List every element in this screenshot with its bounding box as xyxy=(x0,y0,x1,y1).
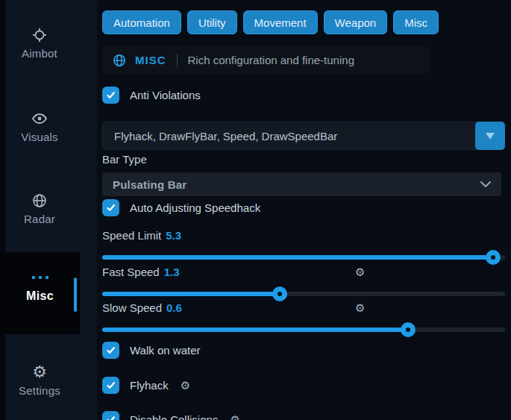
sidebar-item-label: Aimbot xyxy=(0,47,79,60)
bar-type-select[interactable]: Pulsating Bar xyxy=(102,172,501,196)
check-icon xyxy=(106,415,116,420)
check-icon xyxy=(106,380,116,390)
speed-limit-slider-row: Speed Limit5.3 xyxy=(102,229,505,269)
checkbox-label: Flyhack xyxy=(130,379,169,392)
gear-icon[interactable]: ⚙ xyxy=(230,413,239,420)
crosshair-icon xyxy=(0,27,79,43)
fast-speed-slider-row: Fast Speed1.3 ⚙ xyxy=(102,266,505,306)
eye-icon xyxy=(0,110,79,127)
slider-value: 5.3 xyxy=(166,229,181,242)
header-divider xyxy=(177,54,178,67)
tab-automation[interactable]: Automation xyxy=(102,10,181,34)
bar-type-value: Pulsating Bar xyxy=(113,178,186,191)
sidebar: Aimbot Visuals Radar Mi xyxy=(0,0,97,420)
gear-icon[interactable]: ⚙ xyxy=(355,301,365,315)
check-icon xyxy=(106,203,116,213)
slider-value: 1.3 xyxy=(164,266,180,278)
fast-speed-slider[interactable] xyxy=(102,292,505,296)
app-window: Aimbot Visuals Radar Mi xyxy=(0,0,511,420)
disable-collisions-checkbox[interactable] xyxy=(102,411,119,420)
slider-label: Slow Speed xyxy=(102,301,162,314)
check-icon xyxy=(106,345,116,355)
sidebar-item-label: Radar xyxy=(0,213,79,225)
gear-icon[interactable]: ⚙ xyxy=(355,266,365,279)
section-title: MISC xyxy=(135,54,166,66)
checkbox-label: Anti Violations xyxy=(130,89,201,101)
check-icon xyxy=(106,90,116,100)
tab-weapon[interactable]: Weapon xyxy=(324,10,388,34)
caret-down-icon xyxy=(486,133,495,140)
sidebar-item-settings[interactable]: ⚙ Settings xyxy=(0,364,79,397)
section-header: MISC Rich configuration and fine-tuning xyxy=(102,46,429,74)
category-tab-bar: Automation Utility Movement Weapon Misc xyxy=(102,10,439,34)
ellipsis-icon xyxy=(0,276,80,279)
slider-thumb[interactable] xyxy=(272,286,287,301)
gear-icon: ⚙ xyxy=(0,364,79,380)
walk-on-water-checkbox[interactable] xyxy=(102,342,119,359)
sidebar-item-label: Misc xyxy=(0,289,80,303)
sidebar-item-misc-selected[interactable]: Misc xyxy=(0,252,80,334)
sidebar-item-visuals[interactable]: Visuals xyxy=(0,110,79,143)
feature-multiselect-value[interactable]: Flyhack, DrawFlyBar, Speed, DrawSpeedBar xyxy=(102,122,505,150)
sidebar-item-label: Settings xyxy=(0,384,79,397)
slider-label: Fast Speed xyxy=(102,266,160,278)
slider-label: Speed Limit xyxy=(102,229,161,242)
sidebar-item-label: Visuals xyxy=(0,131,79,143)
anti-violations-checkbox[interactable] xyxy=(102,87,119,104)
checkbox-label: Auto Adjusting Speedhack xyxy=(130,201,260,214)
globe-icon xyxy=(113,54,126,67)
slider-thumb[interactable] xyxy=(486,250,501,265)
tab-utility[interactable]: Utility xyxy=(187,10,237,34)
section-subtitle: Rich configuration and fine-tuning xyxy=(188,54,354,66)
gear-icon[interactable]: ⚙ xyxy=(181,379,190,392)
slider-thumb[interactable] xyxy=(401,322,416,337)
walk-on-water-row: Walk on water xyxy=(102,342,200,359)
active-indicator-bar xyxy=(74,278,77,312)
auto-adjusting-speedhack-checkbox[interactable] xyxy=(102,199,119,216)
chevron-down-icon xyxy=(480,181,491,187)
auto-adjusting-speedhack-row: Auto Adjusting Speedhack xyxy=(102,199,260,216)
sidebar-item-aimbot[interactable]: Aimbot xyxy=(0,27,79,60)
feature-multiselect-dropdown-button[interactable] xyxy=(475,122,505,150)
checkbox-label: Disable Collisions xyxy=(130,413,218,420)
tab-movement[interactable]: Movement xyxy=(243,10,318,34)
anti-violations-row: Anti Violations xyxy=(102,87,201,104)
globe-icon xyxy=(0,192,79,209)
speed-limit-slider[interactable] xyxy=(102,255,505,260)
flyhack-checkbox[interactable] xyxy=(102,377,119,394)
sidebar-item-radar[interactable]: Radar xyxy=(0,192,79,225)
slow-speed-slider[interactable] xyxy=(102,327,505,332)
disable-collisions-row: Disable Collisions ⚙ xyxy=(102,411,240,420)
feature-multiselect: Flyhack, DrawFlyBar, Speed, DrawSpeedBar xyxy=(102,122,505,150)
flyhack-row: Flyhack ⚙ xyxy=(102,377,190,394)
slow-speed-slider-row: Slow Speed0.6 ⚙ xyxy=(102,301,505,342)
checkbox-label: Walk on water xyxy=(130,344,200,357)
bar-type-label: Bar Type xyxy=(102,153,147,166)
slider-value: 0.6 xyxy=(166,301,182,314)
tab-misc[interactable]: Misc xyxy=(393,10,439,34)
